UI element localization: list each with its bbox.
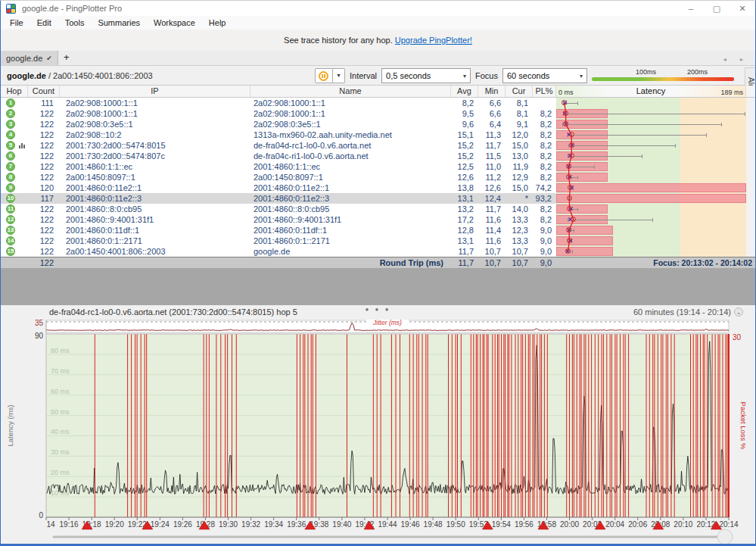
col-header-latency[interactable]: 0 ms Latency 189 ms bbox=[556, 86, 746, 97]
cell-ip: 2001:4860::8:0:cb95 bbox=[60, 204, 250, 214]
menu-item-summaries[interactable]: Summaries bbox=[91, 16, 147, 30]
col-header-ip[interactable]: IP bbox=[60, 86, 250, 97]
cell-name: 1313a-mx960-02.aah.unity-media.net bbox=[250, 129, 451, 140]
upgrade-link[interactable]: Upgrade PingPlotter! bbox=[395, 36, 472, 45]
cell-pl: 8,2 bbox=[533, 172, 556, 183]
cell-count: 122 bbox=[28, 214, 60, 225]
hop-row-3[interactable]: 31222a02:908:0:3e5::12a02:908:0:3e5::19,… bbox=[1, 119, 755, 129]
hop-row-13[interactable]: 131222001:4860:0:11df::12001:4860:0:11df… bbox=[1, 225, 755, 236]
hop-row-12[interactable]: 121222001:4860::9:4001:31f12001:4860::9:… bbox=[1, 214, 755, 225]
hop-row-15[interactable]: 151222a00:1450:4001:806::2003google.de11… bbox=[1, 246, 755, 257]
maximize-button[interactable]: ▢ bbox=[704, 1, 730, 16]
cell-avg: 15,1 bbox=[451, 129, 478, 140]
cell-name: 2001:4860::8:0:cb95 bbox=[250, 204, 451, 214]
hop-row-1[interactable]: 11112a02:908:1000:1::12a02:908:1000:1::1… bbox=[1, 98, 755, 108]
menu-item-help[interactable]: Help bbox=[202, 16, 233, 30]
cell-name: de-fra04c-ri1-lo0-0.v6.aorta.net bbox=[250, 151, 451, 161]
latency-bar-cell: ✕ bbox=[556, 140, 746, 151]
latency-bar-cell bbox=[556, 193, 746, 204]
cell-name: 2001:4860:0:11e2::3 bbox=[250, 193, 451, 204]
col-header-avg[interactable]: Avg bbox=[451, 86, 478, 97]
cell-min: 11,6 bbox=[478, 236, 506, 246]
chevron-down-icon: ▾ bbox=[576, 73, 586, 80]
hop-row-5[interactable]: 51222001:730:2d00::5474:8015de-fra04d-rc… bbox=[1, 140, 755, 151]
min-max-whisker bbox=[562, 124, 720, 125]
time-scrollbar-handle[interactable] bbox=[717, 529, 733, 544]
cell-cur: 13,3 bbox=[506, 236, 533, 246]
min-max-whisker bbox=[563, 114, 745, 114]
hop-number-badge: 9 bbox=[6, 183, 15, 192]
cell-count: 122 bbox=[28, 108, 60, 119]
cell-min: 11,2 bbox=[478, 172, 506, 183]
hop-row-6[interactable]: 61222001:730:2d00::5474:807cde-fra04c-ri… bbox=[1, 151, 755, 161]
cell-count: 117 bbox=[28, 193, 60, 204]
new-tab-button[interactable]: + bbox=[58, 51, 75, 65]
cell-min: 11,0 bbox=[478, 161, 506, 172]
col-header-cur[interactable]: Cur bbox=[506, 86, 533, 97]
latency-bar-cell: ✕ bbox=[556, 151, 746, 161]
cell-min: 6,6 bbox=[478, 108, 506, 119]
cell-cur: * bbox=[506, 193, 533, 204]
cell-count: 122 bbox=[28, 236, 60, 246]
hop-row-11[interactable]: 111222001:4860::8:0:cb952001:4860::8:0:c… bbox=[1, 204, 755, 214]
pause-button[interactable] bbox=[315, 68, 333, 83]
cell-min: 6,6 bbox=[478, 98, 506, 108]
tab-strip: google.de ✔ + ◂ ▸ bbox=[1, 51, 755, 66]
focus-select[interactable]: 60 seconds▾ bbox=[502, 68, 587, 83]
svg-text:90: 90 bbox=[35, 332, 44, 340]
hop-row-4[interactable]: 41222a02:908::10:21313a-mx960-02.aah.uni… bbox=[1, 129, 755, 140]
hop-table: Hop Count IP Name Avg Min Cur PL% 0 ms L… bbox=[1, 86, 755, 268]
hop-row-8[interactable]: 81222a00:1450:8097::12a00:1450:8097::112… bbox=[1, 172, 755, 183]
svg-text:50 ms: 50 ms bbox=[51, 408, 70, 416]
menu-item-tools[interactable]: Tools bbox=[58, 16, 92, 30]
tab-scroll-arrows-icon[interactable]: ◂ ▸ bbox=[723, 56, 749, 63]
hop-row-2[interactable]: 21222a02:908:1000:1::12a02:908:1000:1::1… bbox=[1, 108, 755, 119]
tab-google-de[interactable]: google.de ✔ bbox=[1, 51, 58, 65]
cell-count: 122 bbox=[28, 129, 60, 140]
hop-row-9[interactable]: 91202001:4860:0:11e2::12001:4860:0:11e2:… bbox=[1, 183, 755, 193]
cell-min: 10,7 bbox=[478, 246, 506, 257]
latency-bar-cell: ✕ bbox=[556, 183, 746, 193]
svg-text:19:40: 19:40 bbox=[332, 520, 351, 529]
window-title: google.de - PingPlotter Pro bbox=[22, 4, 122, 13]
avg-latency-marker bbox=[565, 248, 571, 254]
cell-cur: 10,7 bbox=[506, 246, 533, 257]
svg-text:70 ms: 70 ms bbox=[51, 367, 70, 375]
col-header-pl[interactable]: PL% bbox=[533, 86, 556, 97]
hop-row-10[interactable]: 101172001:4860:0:11e2::32001:4860:0:11e2… bbox=[1, 193, 755, 204]
cell-count: 120 bbox=[28, 183, 60, 193]
cell-ip: 2a02:908:1000:1::1 bbox=[60, 98, 250, 108]
svg-text:19:26: 19:26 bbox=[173, 520, 192, 529]
svg-text:19:34: 19:34 bbox=[264, 520, 283, 529]
latency-bar-cell: ✕ bbox=[556, 161, 746, 172]
cell-pl: 8,2 bbox=[533, 108, 556, 119]
hop-row-7[interactable]: 71222001:4860:1:1::ec2001:4860:1:1::ec12… bbox=[1, 161, 755, 172]
min-max-whisker bbox=[568, 135, 706, 136]
col-header-name[interactable]: Name bbox=[250, 86, 451, 97]
close-button[interactable]: ✕ bbox=[730, 1, 755, 16]
splitter-handle-icon[interactable]: ● ● ● bbox=[1, 306, 755, 313]
timeline-graph[interactable]: 80 ms70 ms60 ms50 ms40 ms30 ms20 ms10 ms… bbox=[1, 305, 756, 544]
interval-select[interactable]: 0,5 seconds▾ bbox=[381, 68, 471, 83]
cell-avg: 8,2 bbox=[451, 98, 478, 108]
menu-item-edit[interactable]: Edit bbox=[30, 16, 58, 30]
svg-text:20 ms: 20 ms bbox=[51, 469, 70, 476]
banner-text: See trace history for any hop. bbox=[284, 36, 395, 45]
hop-row-14[interactable]: 141222001:4860:0:1::21712001:4860:0:1::2… bbox=[1, 236, 755, 246]
latency-bar-cell: ✕ bbox=[556, 214, 746, 225]
app-logo-icon bbox=[6, 4, 16, 14]
panel-gap bbox=[1, 268, 755, 305]
menu-item-file[interactable]: File bbox=[3, 16, 30, 30]
pause-dropdown-button[interactable]: ▾ bbox=[333, 68, 345, 83]
latency-bar-cell: ✕ bbox=[556, 246, 746, 257]
col-header-count[interactable]: Count bbox=[28, 86, 60, 97]
menu-item-workspace[interactable]: Workspace bbox=[147, 16, 202, 30]
cell-min: 11,4 bbox=[478, 225, 506, 236]
svg-text:60 ms: 60 ms bbox=[51, 388, 70, 395]
cell-name: 2001:4860::9:4001:31f1 bbox=[250, 214, 451, 225]
col-header-min[interactable]: Min bbox=[478, 86, 506, 97]
minimize-button[interactable]: – bbox=[678, 1, 704, 16]
svg-text:19:20: 19:20 bbox=[105, 520, 124, 529]
cell-min: 12,6 bbox=[478, 183, 506, 193]
col-header-hop[interactable]: Hop bbox=[1, 86, 28, 97]
